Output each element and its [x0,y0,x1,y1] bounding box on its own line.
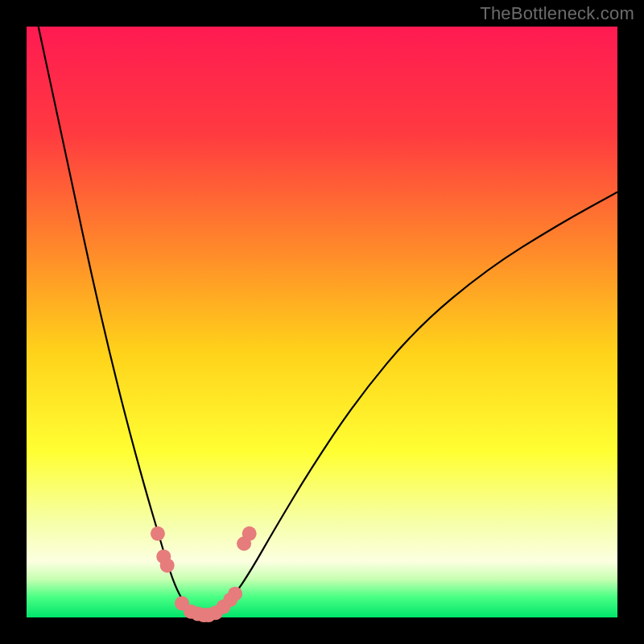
watermark-text: TheBottleneck.com [480,3,634,24]
marker-point [228,587,242,601]
bottleneck-chart [0,0,644,644]
marker-point [160,558,175,572]
marker-point [242,526,257,541]
chart-frame: TheBottleneck.com [0,0,644,644]
marker-point [151,526,165,541]
plot-background [27,27,617,617]
